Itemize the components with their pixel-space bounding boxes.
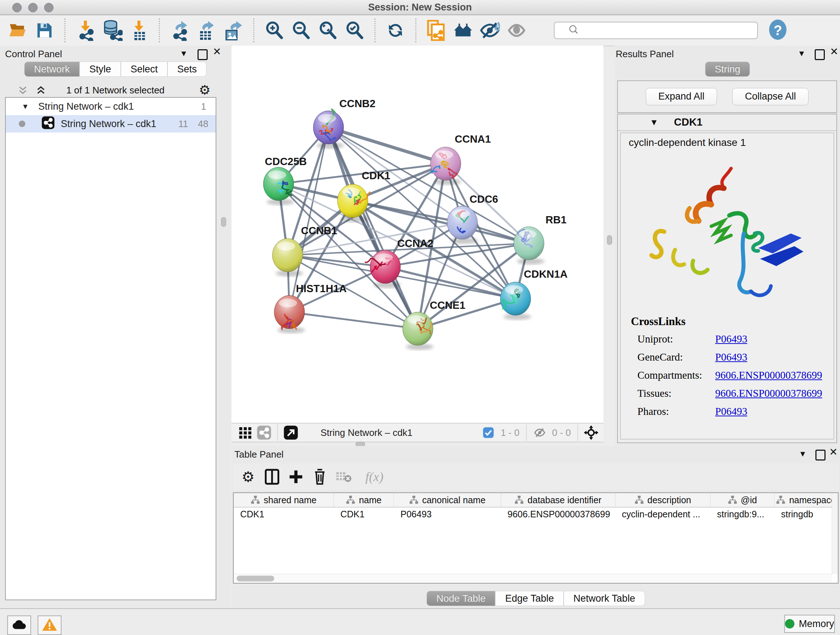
- network-edge-CCNB2-CCNE1[interactable]: [328, 127, 418, 329]
- first-neighbors-button[interactable]: [450, 18, 477, 43]
- node-label-HIST1H1A: HIST1H1A: [296, 283, 347, 295]
- results-panel-title: Results Panel: [616, 49, 674, 60]
- column-header-database-identifier[interactable]: database identifier: [501, 493, 615, 507]
- crosslink-link[interactable]: 9606.ENSP00000378699: [715, 387, 822, 399]
- grid-view-icon[interactable]: [236, 423, 255, 442]
- tab-network[interactable]: Network: [24, 62, 80, 77]
- collapse-entry-icon[interactable]: ▼: [650, 117, 658, 127]
- column-header-description[interactable]: description: [615, 493, 711, 507]
- table-vertical-scrollbar[interactable]: [832, 493, 838, 574]
- collapse-all-button[interactable]: Collapse All: [732, 88, 808, 105]
- birds-eye-view-icon[interactable]: [281, 423, 300, 442]
- column-header-canonical-name[interactable]: canonical name: [394, 493, 501, 507]
- memory-button[interactable]: Memory: [784, 615, 835, 633]
- table-cell[interactable]: 9606.ENSP00000378699: [501, 509, 615, 519]
- panel-menu-icon[interactable]: ▼: [180, 49, 188, 58]
- column-header-shared-name[interactable]: shared name: [234, 493, 334, 507]
- help-button[interactable]: ?: [769, 20, 787, 41]
- panel-menu-icon[interactable]: ▼: [798, 49, 806, 58]
- zoom-selected-button[interactable]: [341, 18, 368, 43]
- network-view-toolbar: String Network – cdk1 1 - 0 0 - 0: [232, 423, 603, 442]
- table-cell[interactable]: cyclin-dependent ...: [615, 509, 711, 519]
- network-graph: CCNB2CCNA1CDC25BCDK1CDC6RB1CCNB1CCNA2CDK…: [232, 46, 603, 423]
- crosslink-link[interactable]: P06493: [715, 405, 747, 417]
- network-edge-CCNB2-CCNA1[interactable]: [328, 127, 446, 164]
- clone-network-button[interactable]: [423, 18, 450, 43]
- expand-all-button[interactable]: Expand All: [646, 88, 717, 105]
- close-panel-icon[interactable]: ✕: [213, 48, 221, 56]
- table-options-gear-icon[interactable]: ⚙: [239, 467, 257, 486]
- column-header-name[interactable]: name: [334, 493, 394, 507]
- tab-network-table[interactable]: Network Table: [564, 591, 645, 606]
- crosslink-link[interactable]: P06493: [715, 351, 747, 363]
- toolbar-separator: [159, 19, 160, 42]
- zoom-out-button[interactable]: [287, 18, 314, 43]
- table-row[interactable]: CDK1CDK1P064939606.ENSP00000378699cyclin…: [234, 508, 838, 521]
- import-network-database-button[interactable]: [99, 18, 126, 43]
- export-table-button[interactable]: [193, 18, 220, 43]
- network-node-RB1[interactable]: RB1: [514, 214, 567, 264]
- crosslink-link[interactable]: P06493: [715, 333, 747, 345]
- open-session-button[interactable]: [4, 18, 31, 43]
- crosslink-link[interactable]: 9606.ENSP00000378699: [715, 369, 822, 381]
- network-node-HIST1H1A[interactable]: HIST1H1A: [274, 283, 347, 333]
- tab-style[interactable]: Style: [80, 62, 121, 77]
- import-table-file-button[interactable]: [126, 18, 152, 43]
- table-cell[interactable]: CDK1: [334, 509, 394, 519]
- node-label-CDKN1A: CDKN1A: [524, 268, 568, 280]
- network-options-gear-icon[interactable]: ⚙: [199, 82, 210, 98]
- network-collection-row[interactable]: ▼ String Network – cdk1 1: [6, 98, 216, 115]
- tab-select[interactable]: Select: [121, 62, 167, 77]
- tab-node-table[interactable]: Node Table: [426, 591, 495, 606]
- create-column-plus-icon[interactable]: [286, 467, 305, 486]
- cloud-status-button[interactable]: [7, 616, 31, 635]
- search-input[interactable]: [554, 22, 758, 39]
- export-image-button[interactable]: [220, 18, 247, 43]
- warnings-button[interactable]: [38, 616, 62, 635]
- left-splitter-handle[interactable]: [221, 217, 226, 226]
- network-node-CDKN1A[interactable]: CDKN1A: [500, 268, 568, 320]
- network-share-icon[interactable]: [255, 423, 273, 442]
- float-panel-icon[interactable]: [815, 450, 826, 461]
- right-splitter-handle[interactable]: [607, 235, 612, 245]
- table-cell[interactable]: P06493: [394, 509, 501, 519]
- panel-menu-icon[interactable]: ▼: [799, 450, 807, 458]
- show-all-button[interactable]: [503, 18, 530, 43]
- tab-sets[interactable]: Sets: [167, 62, 207, 77]
- close-panel-icon[interactable]: ✕: [830, 48, 838, 56]
- shared-attribute-icon: [728, 495, 737, 505]
- network-row[interactable]: String Network – cdk1 11 48: [6, 115, 216, 133]
- copy-documents-icon: [426, 20, 446, 41]
- export-network-button[interactable]: [166, 18, 193, 43]
- table-cell[interactable]: stringdb:9...: [711, 509, 775, 519]
- table-cell[interactable]: CDK1: [234, 509, 334, 519]
- crosslink-label: Compartments:: [638, 369, 715, 381]
- collection-expand-icon[interactable]: ▼: [22, 103, 29, 111]
- tab-edge-table[interactable]: Edge Table: [495, 591, 564, 606]
- zoom-in-button[interactable]: [261, 18, 287, 43]
- float-panel-icon[interactable]: [815, 49, 825, 60]
- fit-selected-crosshair-icon[interactable]: [582, 423, 600, 442]
- table-horizontal-scrollbar[interactable]: [234, 574, 832, 583]
- save-session-button[interactable]: [31, 18, 58, 43]
- delete-column-trash-icon[interactable]: [310, 467, 329, 486]
- network-edge-HIST1H1A-CCNE1[interactable]: [289, 312, 418, 329]
- network-node-CCNB1[interactable]: CCNB1: [272, 225, 337, 277]
- node-label-CCNA2: CCNA2: [397, 238, 433, 249]
- hide-selected-button[interactable]: [477, 18, 503, 43]
- float-panel-icon[interactable]: [197, 49, 208, 60]
- tab-string[interactable]: String: [705, 62, 750, 77]
- column-header-namespace[interactable]: namespace: [775, 493, 838, 507]
- crosslink-row: Uniprot:P06493: [638, 333, 834, 345]
- selected-nodes-checkbox-icon[interactable]: [479, 423, 498, 442]
- close-panel-icon[interactable]: ✕: [829, 448, 837, 456]
- network-canvas[interactable]: CCNB2CCNA1CDC25BCDK1CDC6RB1CCNB1CCNA2CDK…: [232, 46, 603, 423]
- column-header--id[interactable]: @id: [711, 493, 775, 507]
- table-cell[interactable]: stringdb: [775, 509, 838, 519]
- scrollbar-thumb[interactable]: [237, 576, 274, 581]
- apply-layout-button[interactable]: [382, 18, 409, 43]
- show-columns-icon[interactable]: [263, 467, 281, 486]
- zoom-fit-button[interactable]: [314, 18, 341, 43]
- gene-entry-header[interactable]: ▼ CDK1: [618, 114, 836, 131]
- import-network-file-button[interactable]: [72, 18, 99, 43]
